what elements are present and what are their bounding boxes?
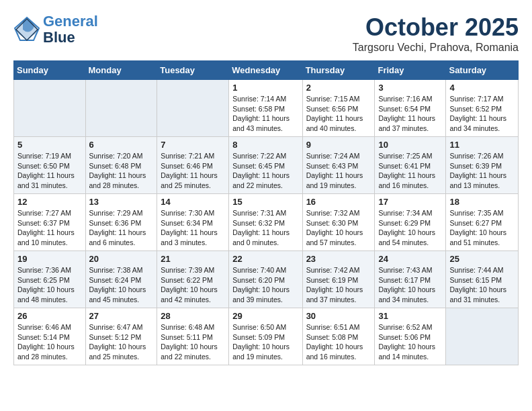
day-number: 18 bbox=[449, 197, 515, 207]
calendar-cell: 3Sunrise: 7:16 AMSunset: 6:54 PMDaylight… bbox=[375, 80, 446, 137]
calendar-cell: 2Sunrise: 7:15 AMSunset: 6:56 PMDaylight… bbox=[302, 80, 375, 137]
cell-content: Sunrise: 6:46 AMSunset: 5:14 PMDaylight:… bbox=[17, 322, 82, 362]
day-number: 1 bbox=[232, 83, 298, 93]
calendar-cell: 23Sunrise: 7:42 AMSunset: 6:19 PMDayligh… bbox=[302, 251, 375, 308]
cell-content: Sunrise: 7:31 AMSunset: 6:32 PMDaylight:… bbox=[232, 208, 298, 248]
calendar-cell bbox=[157, 80, 229, 137]
calendar-cell: 13Sunrise: 7:29 AMSunset: 6:36 PMDayligh… bbox=[85, 194, 157, 251]
cell-content: Sunrise: 6:52 AMSunset: 5:06 PMDaylight:… bbox=[378, 322, 442, 362]
cell-content: Sunrise: 7:44 AMSunset: 6:15 PMDaylight:… bbox=[449, 265, 515, 305]
calendar-cell: 19Sunrise: 7:36 AMSunset: 6:25 PMDayligh… bbox=[14, 251, 86, 308]
day-number: 13 bbox=[89, 197, 154, 207]
week-row-1: 1Sunrise: 7:14 AMSunset: 6:58 PMDaylight… bbox=[14, 80, 519, 137]
weekday-header-sunday: Sunday bbox=[14, 61, 86, 80]
calendar-cell: 16Sunrise: 7:32 AMSunset: 6:30 PMDayligh… bbox=[302, 194, 375, 251]
calendar-cell: 27Sunrise: 6:47 AMSunset: 5:12 PMDayligh… bbox=[85, 308, 157, 365]
calendar-table: SundayMondayTuesdayWednesdayThursdayFrid… bbox=[13, 60, 519, 365]
calendar-cell bbox=[85, 80, 157, 137]
day-number: 23 bbox=[306, 254, 371, 264]
cell-content: Sunrise: 7:38 AMSunset: 6:24 PMDaylight:… bbox=[89, 265, 154, 305]
day-number: 25 bbox=[449, 254, 515, 264]
week-row-4: 19Sunrise: 7:36 AMSunset: 6:25 PMDayligh… bbox=[14, 251, 519, 308]
cell-content: Sunrise: 7:19 AMSunset: 6:50 PMDaylight:… bbox=[17, 151, 82, 191]
calendar-cell: 11Sunrise: 7:26 AMSunset: 6:39 PMDayligh… bbox=[446, 137, 519, 194]
calendar-cell bbox=[446, 308, 519, 365]
calendar-cell: 9Sunrise: 7:24 AMSunset: 6:43 PMDaylight… bbox=[302, 137, 375, 194]
day-number: 17 bbox=[378, 197, 442, 207]
week-row-3: 12Sunrise: 7:27 AMSunset: 6:37 PMDayligh… bbox=[14, 194, 519, 251]
day-number: 9 bbox=[306, 140, 371, 150]
cell-content: Sunrise: 7:26 AMSunset: 6:39 PMDaylight:… bbox=[449, 151, 515, 191]
cell-content: Sunrise: 6:51 AMSunset: 5:08 PMDaylight:… bbox=[306, 322, 371, 362]
day-number: 22 bbox=[232, 254, 298, 264]
day-number: 11 bbox=[449, 140, 515, 150]
day-number: 26 bbox=[17, 311, 82, 321]
cell-content: Sunrise: 7:32 AMSunset: 6:30 PMDaylight:… bbox=[306, 208, 371, 248]
cell-content: Sunrise: 7:39 AMSunset: 6:22 PMDaylight:… bbox=[161, 265, 225, 305]
weekday-header-friday: Friday bbox=[375, 61, 446, 80]
cell-content: Sunrise: 7:17 AMSunset: 6:52 PMDaylight:… bbox=[449, 94, 515, 134]
week-row-5: 26Sunrise: 6:46 AMSunset: 5:14 PMDayligh… bbox=[14, 308, 519, 365]
cell-content: Sunrise: 7:27 AMSunset: 6:37 PMDaylight:… bbox=[17, 208, 82, 248]
calendar-cell: 31Sunrise: 6:52 AMSunset: 5:06 PMDayligh… bbox=[375, 308, 446, 365]
day-number: 28 bbox=[161, 311, 225, 321]
cell-content: Sunrise: 7:40 AMSunset: 6:20 PMDaylight:… bbox=[232, 265, 298, 305]
calendar-cell: 10Sunrise: 7:25 AMSunset: 6:41 PMDayligh… bbox=[375, 137, 446, 194]
day-number: 10 bbox=[378, 140, 442, 150]
day-number: 4 bbox=[449, 83, 515, 93]
day-number: 14 bbox=[161, 197, 225, 207]
calendar-cell: 30Sunrise: 6:51 AMSunset: 5:08 PMDayligh… bbox=[302, 308, 375, 365]
calendar-cell: 28Sunrise: 6:48 AMSunset: 5:11 PMDayligh… bbox=[157, 308, 229, 365]
cell-content: Sunrise: 7:25 AMSunset: 6:41 PMDaylight:… bbox=[378, 151, 442, 191]
day-number: 5 bbox=[17, 140, 82, 150]
calendar-cell: 7Sunrise: 7:21 AMSunset: 6:46 PMDaylight… bbox=[157, 137, 229, 194]
weekday-header-row: SundayMondayTuesdayWednesdayThursdayFrid… bbox=[14, 61, 519, 80]
cell-content: Sunrise: 7:35 AMSunset: 6:27 PMDaylight:… bbox=[449, 208, 515, 248]
cell-content: Sunrise: 7:16 AMSunset: 6:54 PMDaylight:… bbox=[378, 94, 442, 134]
day-number: 15 bbox=[232, 197, 298, 207]
logo: GeneralBlue bbox=[13, 13, 98, 46]
logo-text: GeneralBlue bbox=[43, 13, 98, 46]
calendar-cell: 1Sunrise: 7:14 AMSunset: 6:58 PMDaylight… bbox=[229, 80, 302, 137]
location: Targsoru Vechi, Prahova, Romania bbox=[353, 42, 519, 54]
weekday-header-saturday: Saturday bbox=[446, 61, 519, 80]
day-number: 8 bbox=[232, 140, 298, 150]
day-number: 7 bbox=[161, 140, 225, 150]
day-number: 30 bbox=[306, 311, 371, 321]
cell-content: Sunrise: 7:15 AMSunset: 6:56 PMDaylight:… bbox=[306, 94, 371, 134]
cell-content: Sunrise: 7:14 AMSunset: 6:58 PMDaylight:… bbox=[232, 94, 298, 134]
calendar-cell: 5Sunrise: 7:19 AMSunset: 6:50 PMDaylight… bbox=[14, 137, 86, 194]
calendar-cell: 25Sunrise: 7:44 AMSunset: 6:15 PMDayligh… bbox=[446, 251, 519, 308]
cell-content: Sunrise: 7:20 AMSunset: 6:48 PMDaylight:… bbox=[89, 151, 154, 191]
week-row-2: 5Sunrise: 7:19 AMSunset: 6:50 PMDaylight… bbox=[14, 137, 519, 194]
cell-content: Sunrise: 6:47 AMSunset: 5:12 PMDaylight:… bbox=[89, 322, 154, 362]
cell-content: Sunrise: 7:43 AMSunset: 6:17 PMDaylight:… bbox=[378, 265, 442, 305]
calendar-cell: 4Sunrise: 7:17 AMSunset: 6:52 PMDaylight… bbox=[446, 80, 519, 137]
logo-icon bbox=[13, 16, 40, 43]
weekday-header-tuesday: Tuesday bbox=[157, 61, 229, 80]
day-number: 29 bbox=[232, 311, 298, 321]
day-number: 21 bbox=[161, 254, 225, 264]
cell-content: Sunrise: 7:22 AMSunset: 6:45 PMDaylight:… bbox=[232, 151, 298, 191]
day-number: 24 bbox=[378, 254, 442, 264]
day-number: 19 bbox=[17, 254, 82, 264]
day-number: 6 bbox=[89, 140, 154, 150]
day-number: 2 bbox=[306, 83, 371, 93]
weekday-header-wednesday: Wednesday bbox=[229, 61, 302, 80]
cell-content: Sunrise: 7:30 AMSunset: 6:34 PMDaylight:… bbox=[161, 208, 225, 248]
calendar-cell: 15Sunrise: 7:31 AMSunset: 6:32 PMDayligh… bbox=[229, 194, 302, 251]
day-number: 3 bbox=[378, 83, 442, 93]
cell-content: Sunrise: 7:42 AMSunset: 6:19 PMDaylight:… bbox=[306, 265, 371, 305]
calendar-cell: 14Sunrise: 7:30 AMSunset: 6:34 PMDayligh… bbox=[157, 194, 229, 251]
calendar-cell bbox=[14, 80, 86, 137]
weekday-header-thursday: Thursday bbox=[302, 61, 375, 80]
cell-content: Sunrise: 7:29 AMSunset: 6:36 PMDaylight:… bbox=[89, 208, 154, 248]
calendar-cell: 17Sunrise: 7:34 AMSunset: 6:29 PMDayligh… bbox=[375, 194, 446, 251]
month-title: October 2025 bbox=[353, 13, 519, 42]
calendar-cell: 24Sunrise: 7:43 AMSunset: 6:17 PMDayligh… bbox=[375, 251, 446, 308]
cell-content: Sunrise: 7:21 AMSunset: 6:46 PMDaylight:… bbox=[161, 151, 225, 191]
day-number: 31 bbox=[378, 311, 442, 321]
calendar-cell: 29Sunrise: 6:50 AMSunset: 5:09 PMDayligh… bbox=[229, 308, 302, 365]
calendar-cell: 21Sunrise: 7:39 AMSunset: 6:22 PMDayligh… bbox=[157, 251, 229, 308]
calendar-cell: 20Sunrise: 7:38 AMSunset: 6:24 PMDayligh… bbox=[85, 251, 157, 308]
